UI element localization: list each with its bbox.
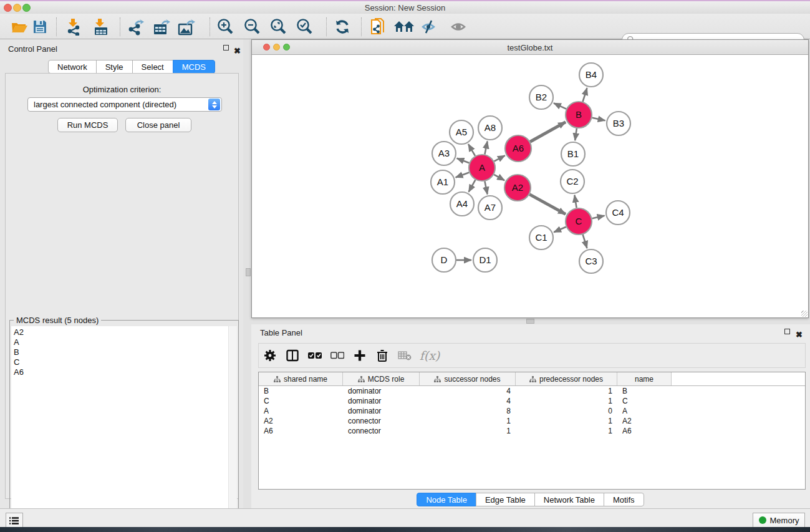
column-header-shared-name[interactable]: shared name [259, 372, 343, 385]
table-row[interactable]: Cdominator41C [259, 396, 805, 406]
node-A8[interactable]: A8 [478, 116, 502, 140]
table-cell[interactable]: A6 [259, 426, 343, 436]
node-C[interactable]: C [566, 208, 592, 235]
tab-motifs[interactable]: Motifs [604, 493, 644, 506]
table-cell[interactable]: connector [343, 416, 420, 426]
table-cell[interactable]: 8 [420, 406, 516, 416]
float-table-panel-icon[interactable] [784, 329, 791, 336]
table-cell[interactable]: B [259, 386, 343, 396]
node-A5[interactable]: A5 [450, 120, 473, 144]
table-cell[interactable]: dominator [343, 396, 420, 406]
import-network-button[interactable] [64, 17, 85, 36]
table-cell[interactable]: A2 [617, 416, 672, 426]
node-C4[interactable]: C4 [606, 201, 630, 225]
column-header-predecessor-nodes[interactable]: predecessor nodes [516, 372, 617, 385]
edge-A-A2[interactable] [494, 175, 504, 180]
table-cell[interactable]: 1 [516, 416, 617, 426]
create-column-button[interactable] [349, 346, 371, 365]
import-table-button[interactable] [90, 17, 112, 36]
close-panel-button[interactable]: Close panel [125, 118, 191, 132]
tab-node-table[interactable]: Node Table [417, 493, 476, 506]
resize-grip[interactable] [801, 311, 808, 317]
result-list-item[interactable]: A [14, 337, 228, 347]
result-scrollbar[interactable] [228, 326, 237, 531]
table-options-button[interactable] [259, 346, 281, 365]
edge-B-B4[interactable] [583, 88, 587, 102]
hide-selected-button[interactable] [420, 17, 441, 36]
table-cell[interactable]: 1 [420, 416, 516, 426]
node-C2[interactable]: C2 [561, 170, 584, 193]
table-row[interactable]: Adominator80A [259, 406, 805, 416]
show-hidden-button[interactable] [448, 17, 470, 36]
node-D1[interactable]: D1 [473, 248, 497, 272]
result-list-item[interactable]: A6 [14, 367, 228, 377]
table-cell[interactable]: B [617, 386, 672, 396]
table-cell[interactable]: 1 [516, 396, 617, 406]
delete-table-button[interactable] [393, 346, 416, 365]
edge-A2-C[interactable] [529, 195, 566, 215]
edge-A-A4[interactable] [469, 180, 476, 191]
table-cell[interactable]: 1 [516, 386, 617, 396]
node-A1[interactable]: A1 [431, 170, 455, 194]
table-cell[interactable]: A [617, 406, 672, 416]
column-header-MCDS-role[interactable]: MCDS role [343, 372, 420, 385]
delete-column-button[interactable] [371, 346, 393, 365]
edge-B-B2[interactable] [554, 103, 566, 109]
tab-style[interactable]: Style [96, 60, 133, 74]
node-B2[interactable]: B2 [529, 85, 553, 109]
export-image-button[interactable] [176, 17, 197, 36]
deselect-all-columns-button[interactable] [326, 346, 349, 365]
tab-network-table[interactable]: Network Table [534, 493, 604, 506]
tab-select[interactable]: Select [132, 60, 173, 74]
column-header-name[interactable]: name [617, 372, 672, 385]
edge-A-A8[interactable] [485, 142, 487, 155]
memory-button[interactable]: Memory [753, 513, 805, 528]
table-cell[interactable]: dominator [343, 386, 420, 396]
result-list-item[interactable]: C [14, 357, 228, 367]
mcds-result-list[interactable]: A2ABCA6 [11, 326, 228, 531]
edge-B-B1[interactable] [575, 128, 577, 140]
tab-mcds[interactable]: MCDS [173, 60, 215, 74]
node-B1[interactable]: B1 [561, 142, 585, 166]
zoom-selected-button[interactable] [294, 17, 315, 36]
close-panel-icon[interactable]: ✖ [234, 45, 241, 52]
node-A7[interactable]: A7 [478, 196, 502, 220]
show-columns-button[interactable] [281, 346, 304, 365]
run-mcds-button[interactable]: Run MCDS [57, 118, 118, 132]
edge-A-A7[interactable] [485, 181, 487, 195]
node-A4[interactable]: A4 [450, 192, 474, 216]
table-cell[interactable]: dominator [343, 406, 420, 416]
edge-C-C1[interactable] [554, 227, 566, 233]
show-all-views-button[interactable] [393, 17, 415, 36]
optimization-select[interactable]: largest connected component (directed) [27, 97, 222, 112]
table-cell[interactable]: 0 [516, 406, 617, 416]
vertical-splitter-handle[interactable] [246, 268, 251, 276]
table-row[interactable]: Bdominator41B [259, 386, 805, 396]
close-table-panel-icon[interactable]: ✖ [796, 329, 803, 336]
node-C3[interactable]: C3 [579, 249, 603, 273]
node-A6[interactable]: A6 [505, 135, 531, 162]
horizontal-splitter-handle[interactable] [526, 319, 534, 324]
zoom-fit-button[interactable] [268, 17, 289, 36]
edge-A-A5[interactable] [468, 144, 475, 156]
table-cell[interactable]: C [259, 396, 343, 406]
table-cell[interactable]: C [617, 396, 672, 406]
table-row[interactable]: A2connector11A2 [259, 416, 805, 426]
edge-A6-B[interactable] [530, 122, 566, 142]
edge-A-A6[interactable] [494, 155, 504, 161]
save-session-button[interactable] [29, 17, 51, 36]
node-A2[interactable]: A2 [504, 175, 531, 201]
table-cell[interactable]: 1 [420, 426, 516, 436]
network-canvas[interactable]: B4B2BB3A5A8A6A3B1AA1C2A2A4A7C4CC1C3DD1 [252, 55, 808, 317]
node-B4[interactable]: B4 [579, 63, 603, 87]
task-history-button[interactable] [6, 513, 23, 528]
zoom-in-button[interactable] [215, 17, 236, 36]
function-builder-button[interactable]: f(x) [416, 346, 443, 365]
edge-B-B3[interactable] [592, 118, 605, 121]
edge-C-C3[interactable] [583, 235, 587, 248]
select-all-columns-button[interactable] [304, 346, 326, 365]
column-header-successor-nodes[interactable]: successor nodes [420, 372, 516, 385]
table-cell[interactable]: 4 [420, 396, 516, 406]
table-cell[interactable]: connector [343, 426, 420, 436]
tab-network[interactable]: Network [48, 60, 97, 74]
